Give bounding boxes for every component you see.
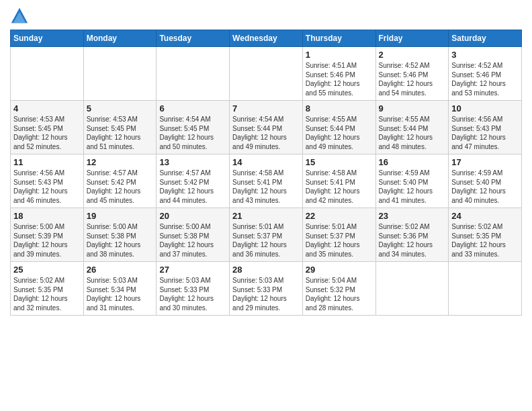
day-number: 21 bbox=[232, 211, 300, 221]
day-info: Sunrise: 5:04 AMSunset: 5:32 PMDaylight:… bbox=[306, 276, 373, 312]
calendar-cell: 5Sunrise: 4:53 AMSunset: 5:45 PMDaylight… bbox=[83, 101, 157, 154]
day-number: 27 bbox=[159, 265, 226, 275]
calendar-cell: 3Sunrise: 4:52 AMSunset: 5:46 PMDaylight… bbox=[449, 47, 522, 101]
calendar-cell: 6Sunrise: 4:54 AMSunset: 5:45 PMDaylight… bbox=[157, 101, 230, 154]
calendar-cell: 8Sunrise: 4:55 AMSunset: 5:44 PMDaylight… bbox=[302, 101, 375, 154]
day-number: 20 bbox=[159, 211, 226, 221]
day-number: 17 bbox=[451, 157, 519, 167]
header bbox=[10, 7, 522, 26]
day-info: Sunrise: 5:03 AMSunset: 5:33 PMDaylight:… bbox=[159, 276, 226, 312]
calendar-cell bbox=[157, 47, 230, 101]
logo-icon bbox=[10, 7, 29, 26]
calendar-cell: 26Sunrise: 5:03 AMSunset: 5:34 PMDayligh… bbox=[83, 262, 157, 316]
day-number: 6 bbox=[159, 103, 226, 113]
day-info: Sunrise: 4:53 AMSunset: 5:45 PMDaylight:… bbox=[87, 115, 154, 151]
day-info: Sunrise: 4:51 AMSunset: 5:46 PMDaylight:… bbox=[306, 61, 373, 97]
calendar-cell: 29Sunrise: 5:04 AMSunset: 5:32 PMDayligh… bbox=[302, 262, 375, 316]
day-number: 18 bbox=[13, 211, 81, 221]
calendar-cell bbox=[230, 47, 303, 101]
day-number: 24 bbox=[451, 211, 519, 221]
day-number: 10 bbox=[451, 103, 519, 113]
dow-header-saturday: Saturday bbox=[449, 30, 522, 47]
calendar-cell: 11Sunrise: 4:56 AMSunset: 5:43 PMDayligh… bbox=[11, 154, 84, 208]
calendar-cell: 17Sunrise: 4:59 AMSunset: 5:40 PMDayligh… bbox=[449, 154, 522, 208]
calendar-cell: 10Sunrise: 4:56 AMSunset: 5:43 PMDayligh… bbox=[449, 101, 522, 154]
day-info: Sunrise: 4:58 AMSunset: 5:41 PMDaylight:… bbox=[306, 169, 373, 205]
calendar-cell: 23Sunrise: 5:02 AMSunset: 5:36 PMDayligh… bbox=[375, 208, 449, 262]
calendar-cell: 22Sunrise: 5:01 AMSunset: 5:37 PMDayligh… bbox=[302, 208, 375, 262]
calendar-cell bbox=[83, 47, 157, 101]
day-number: 14 bbox=[232, 157, 300, 167]
dow-header-wednesday: Wednesday bbox=[230, 30, 303, 47]
calendar-table: SundayMondayTuesdayWednesdayThursdayFrid… bbox=[10, 30, 522, 316]
day-number: 9 bbox=[379, 103, 446, 113]
calendar-cell bbox=[11, 47, 84, 101]
day-number: 8 bbox=[306, 103, 373, 113]
calendar-cell: 12Sunrise: 4:57 AMSunset: 5:42 PMDayligh… bbox=[83, 154, 157, 208]
day-info: Sunrise: 4:52 AMSunset: 5:46 PMDaylight:… bbox=[451, 61, 519, 97]
calendar-cell: 9Sunrise: 4:55 AMSunset: 5:44 PMDaylight… bbox=[375, 101, 449, 154]
day-info: Sunrise: 4:56 AMSunset: 5:43 PMDaylight:… bbox=[451, 115, 519, 151]
day-number: 2 bbox=[379, 50, 446, 60]
day-info: Sunrise: 5:01 AMSunset: 5:37 PMDaylight:… bbox=[232, 222, 300, 259]
day-number: 19 bbox=[87, 211, 154, 221]
day-info: Sunrise: 5:00 AMSunset: 5:39 PMDaylight:… bbox=[13, 222, 81, 259]
day-number: 28 bbox=[232, 265, 300, 275]
day-info: Sunrise: 5:02 AMSunset: 5:35 PMDaylight:… bbox=[13, 276, 81, 312]
logo bbox=[10, 7, 30, 26]
calendar-cell: 16Sunrise: 4:59 AMSunset: 5:40 PMDayligh… bbox=[375, 154, 449, 208]
day-number: 25 bbox=[13, 265, 81, 275]
day-info: Sunrise: 4:52 AMSunset: 5:46 PMDaylight:… bbox=[379, 61, 446, 97]
day-number: 1 bbox=[306, 50, 373, 60]
calendar-cell: 28Sunrise: 5:03 AMSunset: 5:33 PMDayligh… bbox=[230, 262, 303, 316]
day-number: 29 bbox=[306, 265, 373, 275]
day-number: 16 bbox=[379, 157, 446, 167]
dow-header-thursday: Thursday bbox=[302, 30, 375, 47]
day-info: Sunrise: 5:03 AMSunset: 5:33 PMDaylight:… bbox=[232, 276, 300, 312]
day-info: Sunrise: 4:57 AMSunset: 5:42 PMDaylight:… bbox=[159, 169, 226, 205]
dow-header-monday: Monday bbox=[83, 30, 157, 47]
day-number: 13 bbox=[159, 157, 226, 167]
calendar-cell: 13Sunrise: 4:57 AMSunset: 5:42 PMDayligh… bbox=[157, 154, 230, 208]
day-info: Sunrise: 5:00 AMSunset: 5:38 PMDaylight:… bbox=[159, 222, 226, 259]
day-info: Sunrise: 4:58 AMSunset: 5:41 PMDaylight:… bbox=[232, 169, 300, 205]
calendar-cell: 14Sunrise: 4:58 AMSunset: 5:41 PMDayligh… bbox=[230, 154, 303, 208]
day-number: 11 bbox=[13, 157, 81, 167]
day-info: Sunrise: 4:56 AMSunset: 5:43 PMDaylight:… bbox=[13, 169, 81, 205]
day-info: Sunrise: 4:57 AMSunset: 5:42 PMDaylight:… bbox=[87, 169, 154, 205]
day-info: Sunrise: 4:55 AMSunset: 5:44 PMDaylight:… bbox=[379, 115, 446, 151]
calendar-cell: 1Sunrise: 4:51 AMSunset: 5:46 PMDaylight… bbox=[302, 47, 375, 101]
calendar-cell: 25Sunrise: 5:02 AMSunset: 5:35 PMDayligh… bbox=[11, 262, 84, 316]
day-info: Sunrise: 5:01 AMSunset: 5:37 PMDaylight:… bbox=[306, 222, 373, 259]
calendar-cell: 24Sunrise: 5:02 AMSunset: 5:35 PMDayligh… bbox=[449, 208, 522, 262]
calendar-cell: 4Sunrise: 4:53 AMSunset: 5:45 PMDaylight… bbox=[11, 101, 84, 154]
calendar-cell bbox=[375, 262, 449, 316]
day-number: 3 bbox=[451, 50, 519, 60]
day-info: Sunrise: 4:53 AMSunset: 5:45 PMDaylight:… bbox=[13, 115, 81, 151]
day-number: 15 bbox=[306, 157, 373, 167]
calendar-cell: 19Sunrise: 5:00 AMSunset: 5:38 PMDayligh… bbox=[83, 208, 157, 262]
day-number: 12 bbox=[87, 157, 154, 167]
day-info: Sunrise: 5:02 AMSunset: 5:35 PMDaylight:… bbox=[451, 222, 519, 259]
day-number: 7 bbox=[232, 103, 300, 113]
calendar-cell: 21Sunrise: 5:01 AMSunset: 5:37 PMDayligh… bbox=[230, 208, 303, 262]
day-number: 5 bbox=[87, 103, 154, 113]
calendar-cell: 18Sunrise: 5:00 AMSunset: 5:39 PMDayligh… bbox=[11, 208, 84, 262]
dow-header-tuesday: Tuesday bbox=[157, 30, 230, 47]
dow-header-friday: Friday bbox=[375, 30, 449, 47]
day-number: 23 bbox=[379, 211, 446, 221]
day-info: Sunrise: 4:59 AMSunset: 5:40 PMDaylight:… bbox=[379, 169, 446, 205]
day-info: Sunrise: 4:54 AMSunset: 5:45 PMDaylight:… bbox=[159, 115, 226, 151]
day-info: Sunrise: 5:00 AMSunset: 5:38 PMDaylight:… bbox=[87, 222, 154, 259]
day-number: 22 bbox=[306, 211, 373, 221]
day-info: Sunrise: 4:55 AMSunset: 5:44 PMDaylight:… bbox=[306, 115, 373, 151]
day-info: Sunrise: 4:59 AMSunset: 5:40 PMDaylight:… bbox=[451, 169, 519, 205]
day-number: 26 bbox=[87, 265, 154, 275]
day-info: Sunrise: 4:54 AMSunset: 5:44 PMDaylight:… bbox=[232, 115, 300, 151]
calendar-cell: 2Sunrise: 4:52 AMSunset: 5:46 PMDaylight… bbox=[375, 47, 449, 101]
calendar-cell: 7Sunrise: 4:54 AMSunset: 5:44 PMDaylight… bbox=[230, 101, 303, 154]
calendar-cell bbox=[449, 262, 522, 316]
day-info: Sunrise: 5:02 AMSunset: 5:36 PMDaylight:… bbox=[379, 222, 446, 259]
calendar-cell: 27Sunrise: 5:03 AMSunset: 5:33 PMDayligh… bbox=[157, 262, 230, 316]
calendar-cell: 15Sunrise: 4:58 AMSunset: 5:41 PMDayligh… bbox=[302, 154, 375, 208]
